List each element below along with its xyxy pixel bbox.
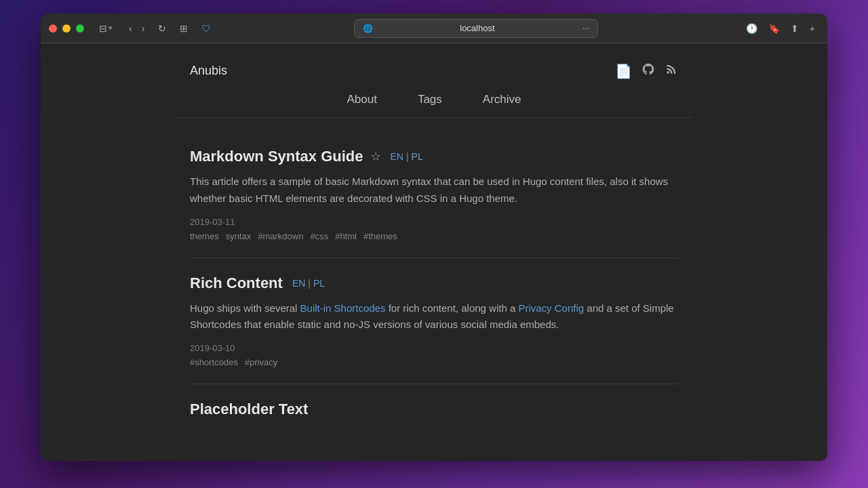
shield-icon: 🛡 xyxy=(201,23,211,34)
address-more-button[interactable]: ··· xyxy=(582,22,589,35)
url-text: localhost xyxy=(378,23,577,33)
sidebar-icon: ⊟ xyxy=(99,23,107,34)
share-icon: ⬆ xyxy=(791,23,799,34)
post-tag[interactable]: #privacy xyxy=(245,357,277,367)
nav-buttons: ‹ › xyxy=(125,20,149,37)
history-icon: 🕐 xyxy=(746,23,757,34)
site-nav: About Tags Archive xyxy=(176,79,692,118)
traffic-lights xyxy=(49,24,84,33)
github-link[interactable] xyxy=(642,62,655,79)
grid-icon: ⊞ xyxy=(180,23,188,34)
reload-button[interactable]: ↻ xyxy=(154,20,170,37)
post-date: 2019-03-10 xyxy=(190,343,678,353)
shield-button[interactable]: 🛡 xyxy=(197,20,215,37)
post-item: Rich Content EN | PL Hugo ships with sev… xyxy=(190,258,678,385)
header-icons: 📄 xyxy=(615,62,678,79)
built-in-shortcodes-link[interactable]: Built-in Shortcodes xyxy=(300,302,386,314)
post-tags: themes syntax #markdown #css #html #them… xyxy=(190,231,678,241)
post-excerpt: This article offers a sample of basic Ma… xyxy=(190,174,678,207)
post-tags: #shortcodes #privacy xyxy=(190,357,678,367)
nav-about[interactable]: About xyxy=(347,93,376,106)
post-title-link[interactable]: Rich Content xyxy=(190,274,283,292)
address-bar[interactable]: 🌐 localhost ··· xyxy=(354,19,598,38)
lang-links: EN | PL xyxy=(292,278,325,289)
sidebar-toggle-button[interactable]: ⊟ ▾ xyxy=(95,20,117,37)
title-bar: ⊟ ▾ ‹ › ↻ ⊞ 🛡 🌐 localhost ··· xyxy=(41,14,827,43)
lang-en-link[interactable]: EN xyxy=(391,151,403,162)
close-button[interactable] xyxy=(49,24,57,33)
globe-icon: 🌐 xyxy=(363,24,373,33)
lang-pl-link[interactable]: PL xyxy=(313,278,325,289)
lang-pl-link[interactable]: PL xyxy=(412,151,423,162)
bookmark-icon: 🔖 xyxy=(768,23,780,34)
history-button[interactable]: 🕐 xyxy=(742,20,762,37)
post-tag[interactable]: syntax xyxy=(226,231,252,241)
post-title-row: Markdown Syntax Guide ☆ EN | PL xyxy=(190,148,678,165)
post-date: 2019-03-11 xyxy=(190,217,678,227)
browser-window: ⊟ ▾ ‹ › ↻ ⊞ 🛡 🌐 localhost ··· xyxy=(41,14,827,461)
back-icon: ‹ xyxy=(129,23,132,34)
lang-separator: | xyxy=(308,278,311,289)
new-tab-button[interactable]: + xyxy=(806,20,819,37)
posts-container: Markdown Syntax Guide ☆ EN | PL This art… xyxy=(176,118,692,456)
rss-link[interactable] xyxy=(665,62,678,79)
post-tag[interactable]: #shortcodes xyxy=(190,357,238,367)
post-tag[interactable]: themes xyxy=(190,231,219,241)
site-title[interactable]: Anubis xyxy=(190,64,227,78)
post-title-row: Rich Content EN | PL xyxy=(190,274,678,292)
post-title-link[interactable]: Placeholder Text xyxy=(190,401,308,418)
star-icon: ☆ xyxy=(370,149,381,164)
lang-separator: | xyxy=(406,151,409,162)
nav-tags[interactable]: Tags xyxy=(418,93,442,106)
document-link[interactable]: 📄 xyxy=(615,63,632,79)
back-button[interactable]: ‹ xyxy=(125,20,136,37)
post-title-row: Placeholder Text xyxy=(190,401,678,418)
lang-en-link[interactable]: EN xyxy=(292,278,305,289)
toolbar-right: 🕐 🔖 ⬆ + xyxy=(742,20,819,37)
maximize-button[interactable] xyxy=(76,24,84,33)
content-area: Anubis 📄 About Tags Archive xyxy=(41,43,827,461)
sidebar-chevron-icon: ▾ xyxy=(108,24,113,33)
share-button[interactable]: ⬆ xyxy=(787,20,803,37)
nav-archive[interactable]: Archive xyxy=(483,93,521,106)
address-bar-container: 🌐 localhost ··· xyxy=(231,19,719,38)
bookmark-button[interactable]: 🔖 xyxy=(764,20,784,37)
post-excerpt: Hugo ships with several Built-in Shortco… xyxy=(190,300,678,334)
forward-icon: › xyxy=(142,23,145,34)
post-tag[interactable]: #css xyxy=(310,231,328,241)
post-item: Markdown Syntax Guide ☆ EN | PL This art… xyxy=(190,131,678,258)
new-tab-icon: + xyxy=(810,23,815,34)
reload-icon: ↻ xyxy=(158,23,166,34)
post-tag[interactable]: #html xyxy=(335,231,357,241)
grid-button[interactable]: ⊞ xyxy=(176,20,192,37)
site-header: Anubis 📄 xyxy=(176,43,692,79)
post-item: Placeholder Text xyxy=(190,384,678,443)
post-tag[interactable]: #markdown xyxy=(258,231,303,241)
post-tag[interactable]: #themes xyxy=(363,231,397,241)
minimize-button[interactable] xyxy=(62,24,71,33)
post-title-link[interactable]: Markdown Syntax Guide xyxy=(190,148,363,165)
forward-button[interactable]: › xyxy=(138,20,149,37)
lang-links: EN | PL xyxy=(391,151,423,162)
privacy-config-link[interactable]: Privacy Config xyxy=(518,302,584,314)
